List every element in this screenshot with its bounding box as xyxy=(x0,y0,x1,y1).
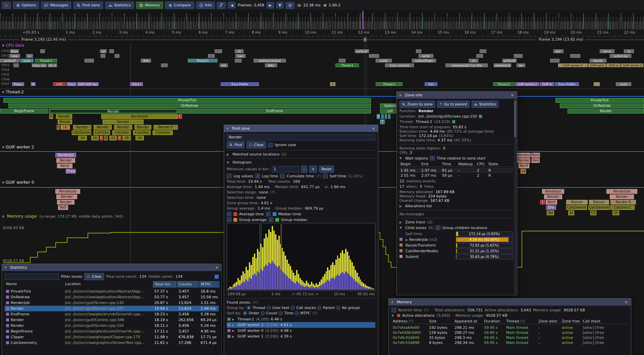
cpu-zone-segment[interactable]: surfaceflinger xyxy=(412,59,436,62)
cpu-zone-segment[interactable]: Tracy I xyxy=(130,82,143,86)
timeline-zone[interactable]: EndFrame xyxy=(178,109,371,114)
timeline-zone[interactable]: RenderJob xyxy=(55,189,80,194)
timeline-zone[interactable]: -17 xyxy=(540,200,545,205)
timeline-zone[interactable]: Render F xyxy=(154,125,178,130)
wait-column-header[interactable]: Begin xyxy=(399,162,420,167)
cpu-zone-segment[interactable]: kwo xyxy=(235,54,246,58)
scrollbar[interactable] xyxy=(514,99,517,295)
child-zone-row[interactable]: RecalcTransform72.92 μs (1.62%) xyxy=(399,242,513,248)
cpu-zone-segment[interactable]: Tracy xyxy=(66,82,76,86)
timeline-zone[interactable]: Render xyxy=(73,125,91,130)
allocations-column-header[interactable]: Zone free xyxy=(560,319,581,324)
timeline-zone[interactable]: Rencer xyxy=(589,200,609,205)
cpu-zone-segment[interactable] xyxy=(235,59,241,62)
timeline-zone[interactable] xyxy=(385,114,387,119)
timeline-zone[interactable]: Render xyxy=(135,125,151,130)
sort-by-radio[interactable] xyxy=(243,311,247,315)
timeline-zone[interactable]: 1B xyxy=(521,169,526,174)
cpu-zone-segment[interactable] xyxy=(161,63,168,67)
cpu-zone-segment[interactable]: defa xyxy=(141,59,151,62)
reset-button[interactable]: Reset xyxy=(319,166,334,173)
cpu-zone-segment[interactable] xyxy=(40,49,45,53)
timeline-zone[interactable]: Render xyxy=(103,120,144,124)
timeline-zone[interactable]: T xyxy=(380,120,385,124)
timeline-zone[interactable]: C xyxy=(100,136,103,140)
zone-statistics-button[interactable]: Statistics xyxy=(472,101,498,108)
timeline-zone[interactable]: Render xyxy=(568,109,644,114)
timeline-zone[interactable]: 24 xyxy=(568,211,574,215)
timeline-zone[interactable]: Rerff xyxy=(519,164,529,168)
wait-column-header[interactable]: End xyxy=(420,162,441,167)
group-by-radio[interactable] xyxy=(317,306,322,310)
timeline-zone[interactable]: C xyxy=(178,114,182,119)
timeline-zone[interactable]: OnRedraw xyxy=(8,103,371,108)
group-by-radio[interactable] xyxy=(267,306,271,310)
guif-worker0-section-header[interactable]: GUIF worker 0 xyxy=(2,180,34,185)
cpu-zone-segment[interactable]: Thread-2 xyxy=(493,82,515,86)
wait-column-header[interactable]: Time xyxy=(441,162,457,167)
timeline-zone[interactable]: C0 xyxy=(590,211,596,215)
guif-worker2-section-header[interactable]: GUIF worker 2 xyxy=(2,145,34,149)
cpu-zone-segment[interactable]: Traysy xyxy=(12,82,24,86)
child-zone-row[interactable]: Self time172.14 μs (3.83%) xyxy=(399,231,513,237)
cpu-zone-segment[interactable]: syste xyxy=(20,59,34,62)
timeline-zone[interactable]: CalcGeome xyxy=(566,205,587,210)
timeline-zone[interactable]: Render xyxy=(56,158,75,163)
cpu-zone-segment[interactable]: GUIF worker 0 xyxy=(558,63,588,67)
legend-checkbox[interactable] xyxy=(227,217,231,222)
min-bin-increment-button[interactable]: + xyxy=(309,166,317,173)
cpu-zone-segment[interactable] xyxy=(85,59,94,62)
find-button[interactable]: Find xyxy=(227,141,245,148)
stats-row[interactable]: Renderjni/../jni/src/guif/Control.cpp:34… xyxy=(5,317,219,323)
timeline-zone[interactable]: Render xyxy=(610,194,634,199)
allocation-row[interactable]: 0x7dfaa64e00192 bytes298.21 ms59.95 sMai… xyxy=(391,325,628,330)
cpu-zone-segment[interactable]: surfacef xyxy=(355,49,369,53)
self-time-checkbox[interactable] xyxy=(323,174,328,178)
cpu-zone-segment[interactable]: kworke xyxy=(590,59,606,62)
close-icon[interactable] xyxy=(624,300,629,304)
found-zone-group-row[interactable]: GUIF worker 1(3,192)4.39 s xyxy=(227,334,375,339)
wait-column-header[interactable]: Wakeup xyxy=(457,162,476,167)
cpu-zone-segment[interactable] xyxy=(514,54,523,58)
stats-row[interactable]: BeginFramejni/../jni/src/claw/gfx/drv/vk… xyxy=(5,328,219,334)
cpu-zone-segment[interactable]: A xyxy=(330,82,335,86)
scrollbar-thumb[interactable] xyxy=(514,100,516,137)
cpu-zone-segment[interactable] xyxy=(109,49,114,53)
group-children-checkbox[interactable] xyxy=(436,225,440,230)
timeline-zone[interactable]: 16 xyxy=(91,136,99,140)
timeline-zone[interactable]: Render xyxy=(56,194,77,199)
relative-time-checkbox[interactable] xyxy=(430,156,435,161)
timeline-zone[interactable]: Sel xyxy=(547,211,554,215)
go-to-parent-button[interactable]: ↑ Go to parent xyxy=(437,101,470,108)
cpu-zone-segment[interactable]: system-bg xyxy=(610,54,631,58)
restrict-time-checkbox[interactable] xyxy=(391,308,396,312)
cpu-zone-segment[interactable]: GUIF worker 2 xyxy=(621,63,643,67)
stats-row[interactable]: RenderJobjni/../jni/src/guif/Screen.cpp:… xyxy=(5,300,219,306)
cpu-zone-segment[interactable]: surfac xyxy=(419,54,433,58)
sort-by-radio[interactable] xyxy=(278,311,283,315)
cpu-zone-segment[interactable] xyxy=(13,63,19,67)
cpu-zone-segment[interactable]: Trac xyxy=(425,82,437,86)
timeline-zone[interactable]: Render xyxy=(49,109,177,114)
timeline-zone[interactable]: CalcGeo xyxy=(94,130,110,135)
allocations-column-header[interactable]: Duration xyxy=(483,319,505,324)
active-allocations-header[interactable]: Active allocations (3,043) Memory usage:… xyxy=(391,313,628,318)
find-zone-search-input[interactable] xyxy=(227,134,375,140)
cpu-zone-segment[interactable]: cfr xyxy=(235,49,244,53)
allocation-row[interactable]: 0x7e049b3d00128 bytes298.27 ms59.95 sMai… xyxy=(391,330,628,335)
cpu-zone-segment[interactable]: Thread-2 xyxy=(335,63,359,67)
statistics-titlebar[interactable]: Statistics xyxy=(2,264,221,271)
timeline-zone[interactable]: 20 xyxy=(612,211,619,215)
group-by-radio[interactable] xyxy=(247,306,251,310)
wait-column-header[interactable]: State xyxy=(487,162,513,167)
thread2-section-header[interactable]: Thread-2 xyxy=(2,90,24,94)
cpu-zone-segment[interactable]: rol xyxy=(469,59,478,62)
wait-regions-header[interactable]: Wait regions Time relative to zone start xyxy=(399,156,513,161)
legend-checkbox[interactable] xyxy=(227,212,231,216)
min-bin-decrement-button[interactable]: - xyxy=(301,166,307,173)
zone-thread[interactable]: Thread-2 xyxy=(416,120,432,124)
timeline-zone[interactable]: R xyxy=(49,114,53,119)
zone-info-titlebar[interactable]: Zone info xyxy=(397,92,517,99)
close-icon[interactable] xyxy=(371,126,376,131)
found-zone-group-row[interactable]: Thread-2(4,105)6.46 s xyxy=(227,316,375,322)
